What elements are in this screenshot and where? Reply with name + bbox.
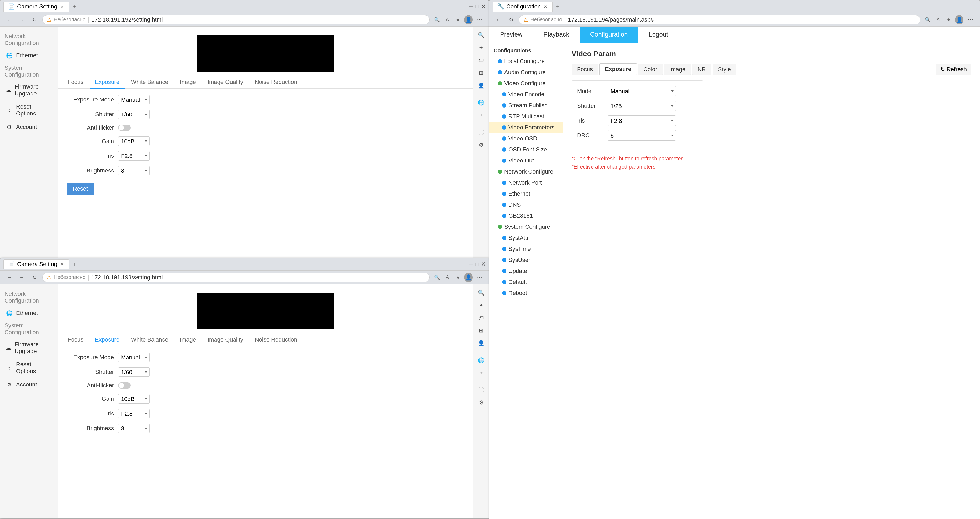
search-icon-1[interactable]: 🔍 <box>433 16 441 24</box>
sidebar-item-account-2[interactable]: ⚙ Account <box>0 378 58 392</box>
tree-audio-configure[interactable]: Audio Configure <box>490 67 563 78</box>
mode-select-1[interactable]: Manual Auto <box>118 95 150 105</box>
grid-icon-1[interactable]: ⊞ <box>476 68 487 78</box>
antiflicker-toggle-2[interactable] <box>118 382 131 389</box>
back-btn-3[interactable]: ← <box>494 15 503 24</box>
star-tool-icon-2[interactable]: ✦ <box>476 300 487 311</box>
antiflicker-toggle-1[interactable] <box>118 125 131 131</box>
tree-network-configure[interactable]: NetWork Configure <box>490 166 563 177</box>
minimize-btn-1[interactable]: ─ <box>469 3 473 10</box>
tree-video-osd[interactable]: Video OSD <box>490 133 563 144</box>
tree-video-parameters[interactable]: Video Parameters <box>490 122 563 133</box>
font-icon-1[interactable]: A <box>443 16 452 24</box>
brightness-select-2[interactable]: 8 <box>118 424 150 433</box>
expand-icon-1[interactable]: ⛶ <box>476 127 487 138</box>
tree-rtp-multicast[interactable]: RTP Multicast <box>490 111 563 122</box>
tab-imagequality-2[interactable]: Image Quality <box>202 334 248 346</box>
tab-close-2[interactable]: ✕ <box>59 262 65 267</box>
back-btn-2[interactable]: ← <box>5 273 14 282</box>
tree-default[interactable]: Default <box>490 276 563 287</box>
person-icon-1[interactable]: 👤 <box>476 80 487 91</box>
shutter-select-2[interactable]: 1/60 1/30 <box>118 367 150 377</box>
tab-close-1[interactable]: ✕ <box>59 4 65 9</box>
sidebar-item-account-1[interactable]: ⚙ Account <box>0 120 58 134</box>
tab-focus-2[interactable]: Focus <box>62 334 89 346</box>
profile-icon-2[interactable]: 👤 <box>464 273 473 282</box>
search-icon-2[interactable]: 🔍 <box>433 273 441 282</box>
tab-exposure-1[interactable]: Exposure <box>90 76 125 89</box>
close-btn-2[interactable]: ✕ <box>481 261 486 268</box>
settings-icon-2[interactable]: ⚙ <box>476 397 487 408</box>
reset-button-1[interactable]: Reset <box>67 183 94 195</box>
tree-reboot[interactable]: Reboot <box>490 287 563 299</box>
tab-imagequality-1[interactable]: Image Quality <box>202 76 248 89</box>
tab-close-3[interactable]: ✕ <box>543 4 548 9</box>
tab-image-1[interactable]: Image <box>175 76 201 89</box>
refresh-button[interactable]: ↻ Refresh <box>936 63 971 75</box>
nav-logout[interactable]: Logout <box>638 27 679 43</box>
address-input-2[interactable]: ⚠ Небезопасно | 172.18.191.193/setting.h… <box>42 273 430 282</box>
plus-icon-1[interactable]: + <box>476 110 487 121</box>
star-tool-icon-1[interactable]: ✦ <box>476 42 487 53</box>
param-iris-select[interactable]: F2.8 <box>608 116 676 126</box>
sidebar-item-ethernet-1[interactable]: 🌐 Ethernet <box>0 49 58 62</box>
plus-icon-2[interactable]: + <box>476 368 487 378</box>
font-icon-2[interactable]: A <box>443 273 452 282</box>
sidebar-item-firmware-1[interactable]: ☁ Firmware Upgrade <box>0 80 58 100</box>
gain-select-1[interactable]: 10dB 0dB <box>118 136 150 146</box>
tab-camera-1[interactable]: 📄 Camera Setting ✕ <box>3 2 69 11</box>
gain-select-2[interactable]: 10dB 0dB <box>118 394 150 403</box>
tab-whitebalance-2[interactable]: White Balance <box>126 334 173 346</box>
tab-noisereduction-1[interactable]: Noise Reduction <box>250 76 302 89</box>
tab-whitebalance-1[interactable]: White Balance <box>126 76 173 89</box>
nav-configuration[interactable]: Configuration <box>580 27 638 43</box>
settings-icon-1[interactable]: ⚙ <box>476 140 487 150</box>
refresh-btn-1[interactable]: ↻ <box>30 15 39 24</box>
tree-stream-publish[interactable]: Stream Publish <box>490 100 563 111</box>
nav-preview[interactable]: Preview <box>490 27 533 43</box>
iris-select-1[interactable]: F2.8 F4.0 <box>118 151 150 161</box>
param-drc-select[interactable]: 8 <box>608 130 676 141</box>
tree-systime[interactable]: SysTime <box>490 243 563 254</box>
sidebar-item-reset-1[interactable]: ↕ Reset Options <box>0 100 58 120</box>
tree-sysuser[interactable]: SysUser <box>490 254 563 265</box>
tag-icon-2[interactable]: 🏷 <box>476 313 487 323</box>
forward-btn-1[interactable]: → <box>17 15 27 24</box>
tab-image-2[interactable]: Image <box>175 334 201 346</box>
param-tab-exposure[interactable]: Exposure <box>600 63 637 75</box>
tree-network-port[interactable]: Network Port <box>490 177 563 188</box>
maximize-btn-2[interactable]: □ <box>476 261 479 268</box>
globe-icon-2[interactable]: 🌐 <box>476 355 487 365</box>
tree-video-configure[interactable]: Video Configure <box>490 78 563 89</box>
param-tab-color[interactable]: Color <box>638 63 663 75</box>
tree-system-configure[interactable]: System Configure <box>490 221 563 232</box>
tab-exposure-2[interactable]: Exposure <box>90 334 125 346</box>
nav-playback[interactable]: Playback <box>533 27 579 43</box>
tab-config[interactable]: 🔧 Configuration ✕ <box>493 2 553 11</box>
tree-dns[interactable]: DNS <box>490 199 563 210</box>
expand-icon-2[interactable]: ⛶ <box>476 385 487 395</box>
new-tab-btn-2[interactable]: + <box>70 259 79 269</box>
zoom-icon-1[interactable]: 🔍 <box>476 30 487 40</box>
close-btn-1[interactable]: ✕ <box>481 3 486 10</box>
refresh-btn-3[interactable]: ↻ <box>506 15 516 24</box>
star-icon-3[interactable]: ★ <box>945 16 953 24</box>
shutter-select-1[interactable]: 1/60 1/30 1/25 <box>118 110 150 119</box>
address-input-1[interactable]: ⚠ Небезопасно | 172.18.191.192/setting.h… <box>42 15 430 24</box>
grid-icon-2[interactable]: ⊞ <box>476 325 487 336</box>
tab-focus-1[interactable]: Focus <box>62 76 89 89</box>
refresh-btn-2[interactable]: ↻ <box>30 273 39 282</box>
tab-camera-2[interactable]: 📄 Camera Setting ✕ <box>3 259 69 269</box>
param-tab-style[interactable]: Style <box>713 63 737 75</box>
maximize-btn-1[interactable]: □ <box>476 3 479 10</box>
new-tab-btn-1[interactable]: + <box>70 2 79 11</box>
address-input-3[interactable]: ⚠ Небезопасно | 172.18.191.194/pages/mai… <box>519 15 920 24</box>
new-tab-btn-3[interactable]: + <box>553 2 563 11</box>
param-tab-focus[interactable]: Focus <box>571 63 598 75</box>
more-btn-2[interactable]: ⋯ <box>475 273 485 282</box>
tree-systattr[interactable]: SystAttr <box>490 232 563 243</box>
person-icon-2[interactable]: 👤 <box>476 338 487 348</box>
profile-icon-1[interactable]: 👤 <box>464 16 473 24</box>
tree-update[interactable]: Update <box>490 265 563 276</box>
star-icon-1[interactable]: ★ <box>454 16 462 24</box>
